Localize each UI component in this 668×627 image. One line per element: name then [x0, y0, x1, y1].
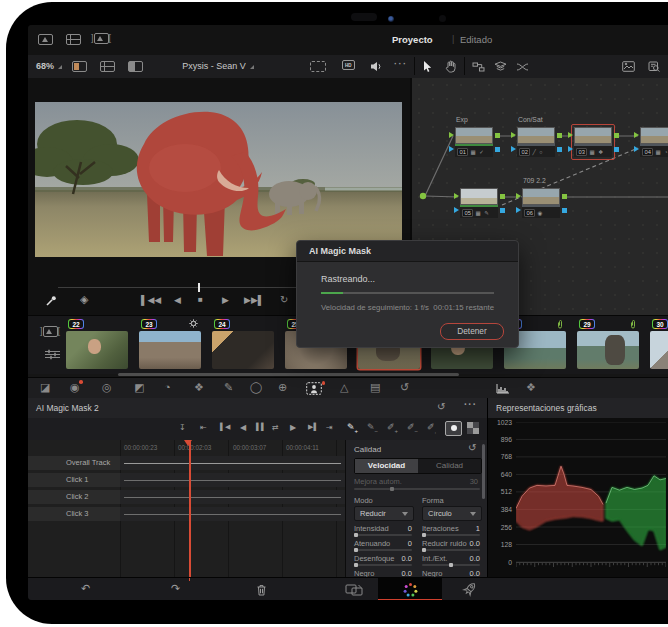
- play-reverse-button[interactable]: ◀: [174, 295, 181, 305]
- track-bidirectional-icon[interactable]: ⇄: [272, 423, 279, 432]
- lut-gallery-icon[interactable]: [622, 61, 635, 74]
- zoom-level-button[interactable]: 68%: [36, 61, 62, 71]
- track-one-frame-icon[interactable]: ↧: [179, 423, 186, 432]
- source-node-dot[interactable]: [420, 193, 426, 199]
- matte-view-icon[interactable]: [467, 422, 479, 436]
- param-slider[interactable]: [354, 549, 412, 551]
- key-input-icon[interactable]: [568, 146, 573, 152]
- compare-gallery-icon[interactable]: ][: [91, 33, 111, 44]
- transform-icon[interactable]: ↺: [400, 381, 409, 394]
- clip-thumbnail[interactable]: [577, 331, 639, 369]
- tracking-playhead[interactable]: [189, 440, 191, 577]
- node-layers-icon[interactable]: [494, 61, 507, 74]
- key-output-icon[interactable]: [614, 147, 619, 152]
- stop-button[interactable]: Detener: [440, 323, 504, 340]
- color-warper-icon[interactable]: △: [340, 381, 348, 394]
- deliver-page-icon[interactable]: [458, 578, 480, 600]
- clip-link-icon[interactable]: [556, 319, 564, 332]
- track-reverse-icon[interactable]: ◀: [240, 423, 246, 432]
- hand-tool-icon[interactable]: [445, 60, 457, 75]
- power-window-icon[interactable]: ◯: [250, 381, 262, 394]
- blanking-icon[interactable]: ▤: [370, 381, 380, 394]
- tab-calidad[interactable]: Calidad: [418, 459, 481, 473]
- dialog-header[interactable]: AI Magic Mask: [297, 241, 518, 262]
- rgb-output-icon[interactable]: [500, 194, 505, 199]
- track-row-click1[interactable]: Click 1: [28, 473, 120, 487]
- audio-icon[interactable]: [370, 61, 383, 74]
- viewer-image[interactable]: [35, 102, 402, 257]
- wheel-sets-icon[interactable]: ❖: [526, 381, 536, 394]
- viewer-grid-mode-icon[interactable]: [100, 61, 115, 72]
- track-row-click2[interactable]: Click 2: [28, 490, 120, 504]
- qualifier-icon[interactable]: ◔: [164, 381, 171, 393]
- go-first-frame-icon[interactable]: ▌◀: [220, 423, 230, 431]
- tab-edited[interactable]: Editado: [460, 34, 492, 45]
- key-output-icon[interactable]: [500, 208, 505, 213]
- track-row-overall[interactable]: Overall Track: [28, 456, 120, 470]
- node-link-icon[interactable]: [472, 62, 485, 74]
- param-slider[interactable]: [422, 564, 480, 566]
- node-03-selected[interactable]: 03▦ ❖: [574, 127, 612, 157]
- refine-icon[interactable]: ❖: [194, 381, 204, 394]
- timeline-mixer-icon[interactable]: [44, 348, 61, 363]
- cursor-tool-icon[interactable]: [423, 60, 433, 75]
- clip-thumbnail[interactable]: [212, 331, 274, 369]
- format-badge[interactable]: HD: [342, 60, 355, 70]
- wipe-mode-icon[interactable]: [310, 61, 326, 72]
- param-slider[interactable]: [354, 534, 412, 536]
- picker-tool-icon[interactable]: ✎: [224, 381, 233, 394]
- key-input-icon[interactable]: [511, 146, 516, 152]
- tab-project[interactable]: Proyecto: [392, 34, 433, 45]
- clip-title[interactable]: Pxysis - Sean V: [148, 61, 288, 71]
- key-input-icon[interactable]: [449, 146, 454, 152]
- scopes-icon[interactable]: [496, 383, 510, 396]
- key-output-icon[interactable]: [562, 208, 567, 213]
- clip-thumbnail[interactable]: [139, 331, 201, 369]
- stroke-add-icon[interactable]: ✐+: [387, 422, 398, 434]
- grades-gallery-icon[interactable]: [66, 34, 81, 45]
- eyedropper-icon[interactable]: [46, 295, 57, 308]
- param-value[interactable]: 0.0: [384, 554, 412, 563]
- settings-reset-icon[interactable]: ↺: [468, 442, 476, 453]
- rgb-input-icon[interactable]: [634, 132, 639, 138]
- param-value[interactable]: 0: [384, 539, 412, 548]
- redo-icon[interactable]: ↷: [171, 582, 180, 595]
- clips-view-icon[interactable]: ][: [40, 326, 60, 337]
- clip-thumbnail[interactable]: [66, 331, 128, 369]
- curves-icon[interactable]: ◩: [134, 381, 144, 394]
- edit-page-icon[interactable]: [345, 583, 364, 599]
- auto-improve-slider[interactable]: [354, 488, 480, 490]
- mask-overlay-toggle[interactable]: [445, 421, 462, 436]
- rgb-output-icon[interactable]: [562, 194, 567, 199]
- color-wheels-icon[interactable]: ◉: [70, 381, 80, 394]
- timeline-clip[interactable]: 29: [577, 316, 643, 374]
- viewer-clip-mode-icon[interactable]: [72, 61, 87, 72]
- picker-subtract-icon[interactable]: ✎−: [367, 422, 378, 434]
- key-input-icon[interactable]: [454, 207, 459, 213]
- key-input-icon[interactable]: [634, 146, 639, 152]
- param-slider[interactable]: [422, 549, 480, 551]
- timeline-clip[interactable]: 22: [66, 316, 132, 374]
- track-forward-icon[interactable]: ▶: [290, 423, 296, 432]
- pause-tracking-icon[interactable]: ▌▌: [256, 423, 266, 430]
- waveform-scope[interactable]: 10238967686405123842561280: [488, 418, 668, 577]
- shape-dropdown[interactable]: Círculo: [422, 506, 482, 521]
- panel-reset-icon[interactable]: ↺: [437, 401, 445, 412]
- rgb-output-icon[interactable]: [495, 133, 500, 138]
- track-to-end-icon[interactable]: ⇥: [326, 423, 333, 432]
- timeline-horizontal-scrollbar[interactable]: [118, 373, 459, 376]
- loop-button[interactable]: ↻: [280, 294, 288, 305]
- tracking-playhead-marker[interactable]: [184, 440, 192, 446]
- node-06[interactable]: 709 2.2 06◉: [522, 188, 560, 218]
- next-clip-button[interactable]: ▶▶▌: [244, 295, 264, 305]
- eraser-icon[interactable]: ✐,: [427, 422, 436, 434]
- viewer-playhead[interactable]: [198, 283, 200, 292]
- timeline-clip[interactable]: 23: [139, 316, 205, 374]
- param-slider[interactable]: [354, 564, 412, 566]
- rgb-input-icon[interactable]: [511, 132, 516, 138]
- clip-link-icon[interactable]: [629, 319, 637, 332]
- stroke-subtract-icon[interactable]: ✐−: [407, 422, 418, 434]
- param-value[interactable]: 0.0: [452, 554, 480, 563]
- rgb-input-icon[interactable]: [449, 132, 454, 138]
- prev-clip-button[interactable]: ▌◀◀: [141, 295, 161, 305]
